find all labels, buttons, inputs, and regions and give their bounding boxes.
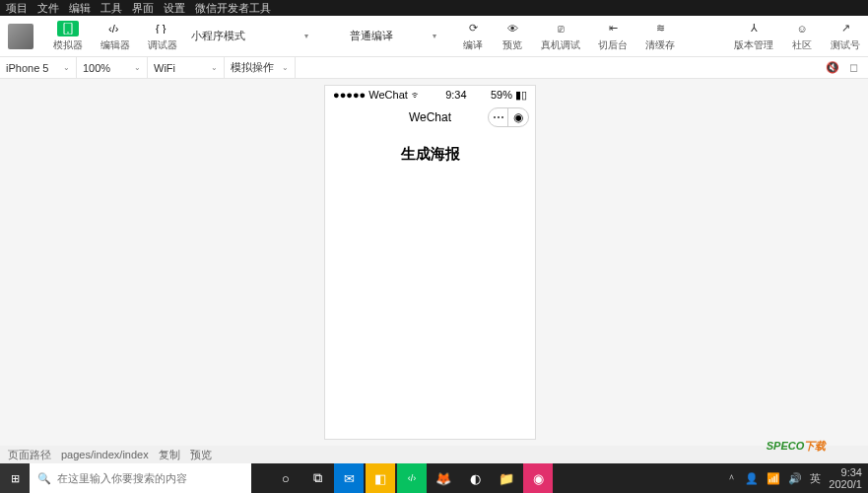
svg-text:{ }: { }: [156, 24, 167, 34]
compile-button[interactable]: ⟳编译: [462, 21, 484, 52]
watermark: SPECO下载: [728, 430, 864, 461]
path-label: 页面路径: [8, 448, 51, 462]
start-button[interactable]: ⊞: [0, 463, 30, 493]
tray-chevron-icon[interactable]: ＾: [726, 471, 737, 486]
menu-devtools[interactable]: 微信开发者工具: [195, 1, 271, 16]
simulator-canvas: ●●●●● WeChat ᯤ 9:34 59% ▮▯ WeChat ⋯ ◉ 生成…: [0, 79, 868, 446]
menu-tools[interactable]: 工具: [100, 1, 122, 16]
cortana-icon[interactable]: ○: [271, 463, 300, 493]
search-box[interactable]: 🔍: [30, 463, 251, 493]
test-account-button[interactable]: ↗测试号: [831, 21, 860, 52]
mode-select[interactable]: 小程序模式▾: [185, 26, 314, 47]
menu-file[interactable]: 文件: [37, 1, 59, 16]
toolbar: 模拟器 ‹/› 编辑器 { } 调试器 小程序模式▾ 普通编译▾ ⟳编译 👁预览…: [0, 16, 868, 57]
preview-button[interactable]: 👁预览: [501, 21, 523, 52]
smile-icon: ☺: [791, 21, 813, 36]
network-select[interactable]: WiFi⌄: [148, 57, 225, 78]
code-icon: ‹/›: [104, 21, 126, 36]
compile-select[interactable]: 普通编译▾: [344, 26, 442, 47]
taskbar: ⊞ 🔍 ○ ⧉ ✉ ◧ ‹/› 🦊 ◐ 📁 ◉ ＾ 👤 📶 🔊 英 9:34 2…: [0, 463, 868, 493]
phone-statusbar: ●●●●● WeChat ᯤ 9:34 59% ▮▯: [325, 86, 535, 104]
community-button[interactable]: ☺社区: [791, 21, 813, 52]
battery-icon: ▮▯: [515, 89, 527, 101]
devtools-icon[interactable]: ‹/›: [397, 463, 427, 493]
tray-people-icon[interactable]: 👤: [745, 472, 759, 485]
preview-link[interactable]: 预览: [190, 448, 212, 462]
menu-dots-icon[interactable]: ⋯: [489, 108, 508, 126]
avatar[interactable]: [8, 24, 33, 49]
taskview-icon[interactable]: ⧉: [302, 463, 332, 493]
refresh-icon: ⟳: [462, 21, 484, 36]
tray-wifi-icon[interactable]: 📶: [767, 472, 780, 485]
menu-interface[interactable]: 界面: [132, 1, 154, 16]
search-input[interactable]: [57, 472, 243, 484]
remote-debug-button[interactable]: ⎚真机调试: [541, 21, 580, 52]
firefox-icon[interactable]: 🦊: [429, 463, 458, 493]
mail-icon[interactable]: ✉: [334, 463, 364, 493]
simulator-button[interactable]: 模拟器: [53, 21, 83, 52]
caret-icon: ⌄: [211, 63, 218, 72]
path-value: pages/index/index: [61, 449, 149, 460]
capsule: ⋯ ◉: [488, 107, 529, 127]
time-label: 9:34: [445, 89, 466, 101]
sub-toolbar: iPhone 5⌄ 100%⌄ WiFi⌄ 模拟操作⌄ 🔇 ◻: [0, 57, 868, 79]
explorer-icon[interactable]: 📁: [492, 463, 521, 493]
background-button[interactable]: ⇤切后台: [598, 21, 628, 52]
svg-text:‹/›: ‹/›: [108, 24, 119, 34]
copy-link[interactable]: 复制: [159, 448, 180, 462]
zoom-select[interactable]: 100%⌄: [77, 57, 148, 78]
wifi-icon: ᯤ: [411, 89, 422, 101]
external-icon: ↗: [835, 21, 856, 36]
task-icons: ○ ⧉ ✉ ◧ ‹/› 🦊 ◐ 📁 ◉: [271, 463, 553, 493]
svg-point-1: [67, 32, 69, 34]
search-icon: 🔍: [37, 472, 51, 485]
popout-icon[interactable]: ◻: [849, 61, 858, 74]
debugger-button[interactable]: { } 调试器: [148, 21, 177, 52]
back-icon: ⇤: [602, 21, 624, 36]
device-select[interactable]: iPhone 5⌄: [0, 57, 77, 78]
device-icon: ⎚: [550, 21, 571, 36]
ime-indicator[interactable]: 英: [810, 471, 821, 486]
phone-navbar: WeChat ⋯ ◉: [325, 104, 535, 131]
menu-settings[interactable]: 设置: [164, 1, 185, 16]
stack-icon: ≋: [649, 21, 671, 36]
chrome-icon[interactable]: ◐: [460, 463, 490, 493]
app-icon-1[interactable]: ◧: [366, 463, 395, 493]
nav-title: WeChat: [409, 110, 451, 124]
tray-date: 2020/1: [829, 478, 862, 490]
caret-icon: ▾: [433, 32, 436, 40]
mute-icon[interactable]: 🔇: [826, 61, 839, 74]
menu-edit[interactable]: 编辑: [69, 1, 91, 16]
tray-volume-icon[interactable]: 🔊: [788, 472, 802, 485]
app-icon-2[interactable]: ◉: [523, 463, 553, 493]
phone-icon: [57, 21, 79, 36]
target-icon[interactable]: ◉: [508, 108, 528, 126]
system-tray: ＾ 👤 📶 🔊 英 9:34 2020/1: [726, 466, 868, 490]
caret-icon: ⌄: [282, 63, 289, 72]
version-button[interactable]: ⅄版本管理: [734, 21, 773, 52]
action-select[interactable]: 模拟操作⌄: [225, 57, 296, 78]
editor-button[interactable]: ‹/› 编辑器: [100, 21, 130, 52]
carrier-label: ●●●●● WeChat ᯤ: [333, 89, 422, 101]
clear-cache-button[interactable]: ≋清缓存: [645, 21, 675, 52]
caret-icon: ▾: [304, 32, 308, 40]
menu-project[interactable]: 项目: [6, 1, 28, 16]
battery-label: 59% ▮▯: [491, 89, 527, 102]
bug-icon: { }: [152, 21, 173, 36]
caret-icon: ⌄: [134, 63, 141, 72]
page-heading: 生成海报: [325, 145, 535, 164]
eye-icon: 👁: [501, 21, 523, 36]
menu-bar: 项目 文件 编辑 工具 界面 设置 微信开发者工具: [0, 0, 868, 16]
branch-icon: ⅄: [743, 21, 765, 36]
phone-frame: ●●●●● WeChat ᯤ 9:34 59% ▮▯ WeChat ⋯ ◉ 生成…: [324, 85, 536, 440]
caret-icon: ⌄: [63, 63, 70, 72]
tray-time: 9:34: [829, 466, 862, 478]
